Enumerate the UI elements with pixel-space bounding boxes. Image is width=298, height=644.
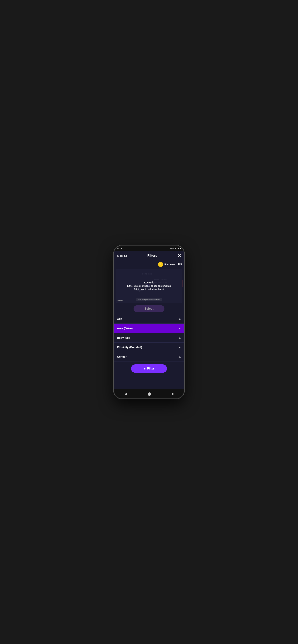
starcoins-row: ⭐ Starcoins: 1165 xyxy=(114,260,184,268)
filter-section-body-type[interactable]: Body type ∧ xyxy=(114,333,184,342)
recent-apps-button[interactable]: ■ xyxy=(172,392,174,396)
page-title: Filters xyxy=(147,254,157,258)
scrollbar-indicator xyxy=(182,280,182,287)
ethnicity-label: Ethnicity (Boosted) xyxy=(117,346,142,349)
map-locked-overlay[interactable]: Locked: Either unlock or boost to use cu… xyxy=(116,269,182,303)
select-button-container: Select xyxy=(114,304,184,314)
gender-label: Gender xyxy=(117,355,127,358)
status-bar: 11:07 ✉ ◎ ▲ ▲ ▮ xyxy=(114,246,184,251)
filter-btn-icon: ▶ xyxy=(144,367,146,370)
body-type-label: Body type xyxy=(117,336,130,339)
bottom-area: ▶ Filter xyxy=(114,361,184,375)
circle-icon: ◎ xyxy=(172,247,174,249)
locked-link[interactable]: Click here to unlock or boost xyxy=(130,288,168,290)
status-icons: ✉ ◎ ▲ ▲ ▮ xyxy=(170,247,181,249)
star-badge: ⭐ xyxy=(158,262,163,267)
ethnicity-chevron-icon: ∧ xyxy=(179,346,181,349)
locked-subtitle: Either unlock or boost to use custom map xyxy=(124,285,174,287)
phone-frame: 11:07 ✉ ◎ ▲ ▲ ▮ Clear all Filters ✕ ⭐ St… xyxy=(114,245,184,399)
navigation-bar: ◀ ⬤ ■ xyxy=(114,389,184,398)
signal-icon: ▲ xyxy=(177,247,179,249)
mail-icon: ✉ xyxy=(170,247,172,249)
age-label: Age xyxy=(117,317,122,320)
use-fingers-label: Use 2 fingers to move map xyxy=(136,298,162,301)
ethnicity-section-header[interactable]: Ethnicity (Boosted) ∧ xyxy=(114,342,184,352)
filter-btn-label: Filter xyxy=(147,367,154,370)
clear-all-button[interactable]: Clear all xyxy=(117,254,127,257)
google-label: Google xyxy=(117,300,123,301)
locked-title: Locked: xyxy=(144,281,154,284)
map-background: NOORDHOEK Pinkster Protesta... Kerk (PPK… xyxy=(116,269,182,303)
age-chevron-icon: ∧ xyxy=(179,317,181,320)
gender-chevron-icon: ∧ xyxy=(179,355,181,358)
map-container: NOORDHOEK Pinkster Protesta... Kerk (PPK… xyxy=(116,269,182,303)
app-content: Clear all Filters ✕ ⭐ Starcoins: 1165 NO… xyxy=(114,251,184,389)
battery-icon: ▮ xyxy=(180,247,181,249)
area-section-header[interactable]: Area (50km) ∧ xyxy=(114,324,184,333)
wifi-icon: ▲ xyxy=(175,247,177,249)
close-button[interactable]: ✕ xyxy=(178,254,181,258)
header: Clear all Filters ✕ xyxy=(114,251,184,260)
filter-section-gender[interactable]: Gender ∧ xyxy=(114,352,184,361)
body-type-section-header[interactable]: Body type ∧ xyxy=(114,333,184,342)
gender-section-header[interactable]: Gender ∧ xyxy=(114,352,184,361)
home-button[interactable]: ⬤ xyxy=(148,392,151,396)
area-label: Area (50km) xyxy=(117,327,133,330)
body-type-chevron-icon: ∧ xyxy=(179,336,181,340)
starcoins-label: Starcoins: 1165 xyxy=(164,263,182,266)
filter-button[interactable]: ▶ Filter xyxy=(131,364,167,373)
age-section-header[interactable]: Age ∧ xyxy=(114,314,184,324)
filter-section-area[interactable]: Area (50km) ∧ xyxy=(114,324,184,333)
star-icon: ⭐ xyxy=(159,263,162,266)
phone-screen: Clear all Filters ✕ ⭐ Starcoins: 1165 NO… xyxy=(114,251,184,389)
back-button[interactable]: ◀ xyxy=(124,392,127,396)
filter-section-ethnicity[interactable]: Ethnicity (Boosted) ∧ xyxy=(114,342,184,352)
select-button[interactable]: Select xyxy=(134,305,164,312)
filter-section-age[interactable]: Age ∧ xyxy=(114,314,184,324)
status-time: 11:07 xyxy=(117,247,122,250)
area-chevron-icon: ∧ xyxy=(179,326,181,330)
